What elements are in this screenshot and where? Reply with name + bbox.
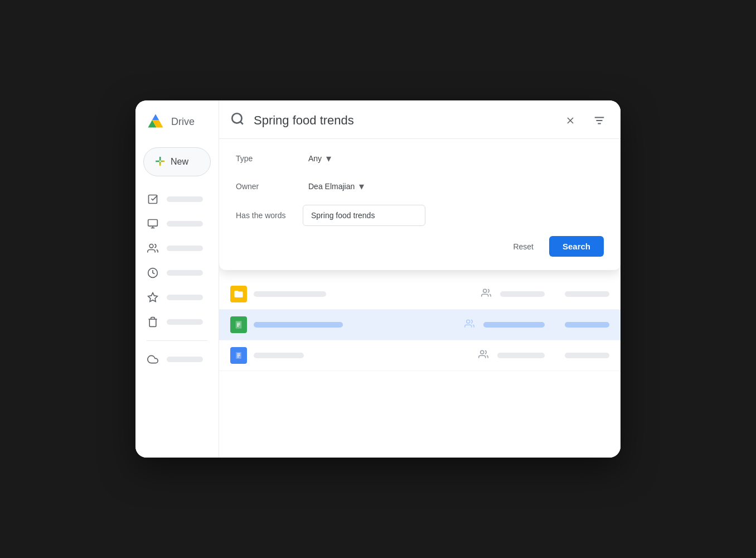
docs-icon	[230, 347, 247, 364]
svg-point-7	[232, 113, 241, 123]
sidebar-nav	[135, 187, 219, 371]
new-button-label: New	[171, 157, 188, 167]
reset-button[interactable]: Reset	[502, 237, 545, 257]
type-filter-row: Type Any ▾	[236, 149, 604, 168]
owner-filter-label: Owner	[236, 182, 292, 191]
shared-people-icon	[481, 288, 491, 300]
drive-logo-icon	[146, 112, 166, 132]
file-name	[254, 322, 343, 328]
type-filter-label: Type	[236, 154, 292, 163]
shared-people-icon	[464, 319, 474, 331]
type-dropdown-arrow: ▾	[326, 152, 331, 165]
svg-point-20	[467, 320, 470, 323]
sidebar-item-computers[interactable]	[140, 212, 214, 235]
sidebar-item-shared[interactable]	[140, 237, 214, 260]
search-input[interactable]	[254, 113, 551, 128]
filter-section: Type Any ▾ Owner Dea Elmajian ▾ Has the …	[219, 139, 621, 226]
file-meta-date	[483, 322, 545, 328]
has-words-filter-label: Has the words	[236, 211, 292, 220]
svg-point-14	[483, 289, 487, 292]
drive-logo-text: Drive	[171, 116, 195, 128]
folder-icon	[230, 286, 247, 302]
sidebar-item-storage[interactable]	[140, 348, 214, 371]
has-words-input[interactable]	[303, 205, 425, 226]
shared-people-icon	[478, 349, 488, 362]
nav-label-placeholder-shared	[167, 246, 203, 251]
sidebar: Drive ✛ New	[135, 100, 219, 458]
sidebar-logo: Drive	[135, 112, 219, 147]
file-list: +	[219, 279, 621, 458]
plus-icon: ✛	[155, 156, 165, 168]
type-filter-select[interactable]: Any ▾	[303, 149, 370, 168]
file-name	[254, 353, 304, 358]
nav-divider	[147, 340, 207, 341]
has-words-filter-row: Has the words	[236, 205, 604, 226]
nav-label-placeholder-starred	[167, 295, 203, 300]
sidebar-item-recent[interactable]	[140, 261, 214, 285]
file-meta-size	[565, 353, 609, 358]
sidebar-item-starred[interactable]	[140, 286, 214, 309]
owner-dropdown-arrow: ▾	[359, 180, 364, 193]
search-header	[219, 100, 621, 139]
file-meta-date	[500, 291, 545, 297]
star-icon	[147, 291, 159, 304]
check-square-icon	[147, 193, 159, 205]
svg-line-8	[240, 122, 243, 124]
nav-label-placeholder-storage	[167, 357, 203, 362]
file-row-inner: +	[230, 316, 455, 333]
new-button[interactable]: ✛ New	[143, 147, 211, 176]
file-name	[254, 291, 326, 297]
search-dropdown: Type Any ▾ Owner Dea Elmajian ▾ Has the …	[219, 100, 621, 270]
file-meta-size	[565, 291, 609, 297]
type-filter-value: Any	[308, 154, 322, 163]
file-row[interactable]: +	[219, 310, 621, 340]
search-button[interactable]: Search	[549, 236, 604, 257]
cloud-icon	[147, 353, 159, 365]
trash-icon	[147, 316, 159, 328]
file-row-inner	[230, 347, 469, 364]
monitor-icon	[147, 218, 159, 230]
svg-rect-0	[149, 195, 157, 204]
file-row[interactable]	[219, 340, 621, 371]
search-close-button[interactable]	[560, 110, 580, 131]
svg-rect-1	[148, 220, 158, 227]
file-row[interactable]	[219, 279, 621, 310]
svg-marker-6	[148, 293, 158, 302]
nav-label-placeholder-my-drive	[167, 196, 203, 202]
file-meta-date	[497, 353, 545, 358]
owner-filter-row: Owner Dea Elmajian ▾	[236, 177, 604, 196]
sheets-icon: +	[230, 316, 247, 333]
filter-options-button[interactable]	[589, 110, 609, 131]
sidebar-item-my-drive[interactable]	[140, 187, 214, 211]
app-window: Drive ✛ New	[135, 100, 621, 458]
file-row-inner	[230, 286, 472, 302]
sidebar-item-trash[interactable]	[140, 310, 214, 334]
action-buttons: Reset Search	[219, 226, 621, 257]
search-icon	[230, 112, 245, 129]
svg-text:+: +	[237, 323, 239, 327]
svg-point-4	[149, 244, 153, 248]
owner-filter-value: Dea Elmajian	[308, 182, 355, 191]
people-icon	[147, 242, 159, 254]
file-meta-size	[565, 322, 609, 328]
clock-icon	[147, 267, 159, 279]
nav-label-placeholder-computers	[167, 221, 203, 227]
nav-label-placeholder-recent	[167, 270, 203, 276]
nav-label-placeholder-trash	[167, 319, 203, 325]
main-content: Type Any ▾ Owner Dea Elmajian ▾ Has the …	[219, 100, 621, 458]
owner-filter-select[interactable]: Dea Elmajian ▾	[303, 177, 370, 196]
svg-point-25	[481, 350, 484, 354]
